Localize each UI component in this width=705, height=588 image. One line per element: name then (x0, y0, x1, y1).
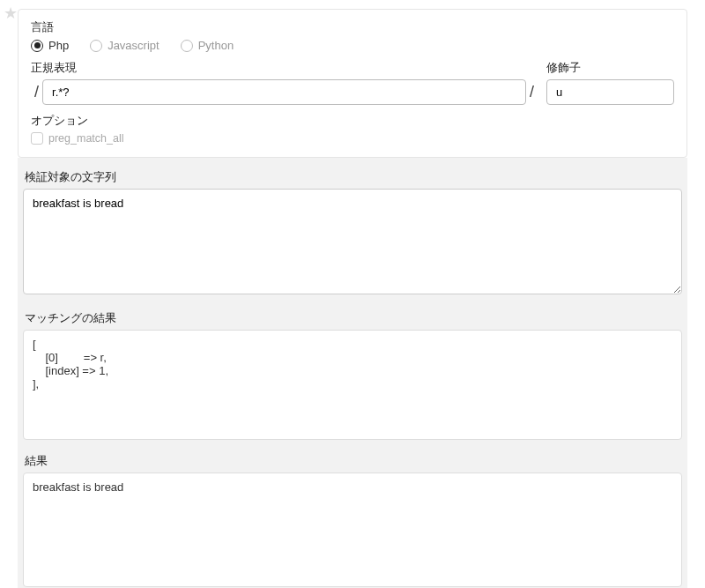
regex-slash-open: / (31, 83, 42, 101)
language-radio-group: Php Javascript Python (31, 39, 674, 52)
options-label: オプション (31, 114, 674, 129)
regex-pattern-input[interactable] (42, 79, 526, 105)
final-result-label: 結果 (23, 454, 682, 469)
match-result-box: [ [0] => r, [index] => 1, ], (23, 330, 682, 440)
preg-match-all-option[interactable]: preg_match_all (31, 132, 674, 145)
regex-slash-close: / (526, 83, 538, 101)
regex-row: 正規表現 / / 修飾子 (31, 61, 674, 105)
regex-label: 正規表現 (31, 61, 538, 76)
modifier-label: 修飾子 (546, 61, 674, 76)
results-section: 検証対象の文字列 breakfast is bread マッチングの結果 [ [… (18, 158, 687, 588)
test-string-label: 検証対象の文字列 (23, 170, 682, 185)
checkbox-icon (31, 132, 43, 145)
test-string-input[interactable]: breakfast is bread (23, 189, 682, 294)
match-result-label: マッチングの結果 (23, 311, 682, 326)
radio-label: Javascript (108, 39, 160, 52)
radio-label: Python (198, 39, 234, 52)
radio-python[interactable]: Python (181, 39, 234, 52)
radio-javascript[interactable]: Javascript (90, 39, 160, 52)
language-label: 言語 (31, 20, 674, 35)
radio-circle-icon (90, 40, 102, 52)
checkbox-label: preg_match_all (48, 132, 123, 145)
final-result-box: breakfast is bread (23, 473, 682, 587)
star-icon[interactable]: ★ (4, 4, 18, 23)
radio-circle-icon (31, 40, 43, 52)
radio-php[interactable]: Php (31, 39, 69, 52)
radio-circle-icon (181, 40, 193, 52)
regex-modifier-input[interactable] (546, 79, 674, 105)
radio-label: Php (48, 39, 69, 52)
config-panel: 言語 Php Javascript Python 正規表現 / / 修飾子 (18, 9, 687, 158)
